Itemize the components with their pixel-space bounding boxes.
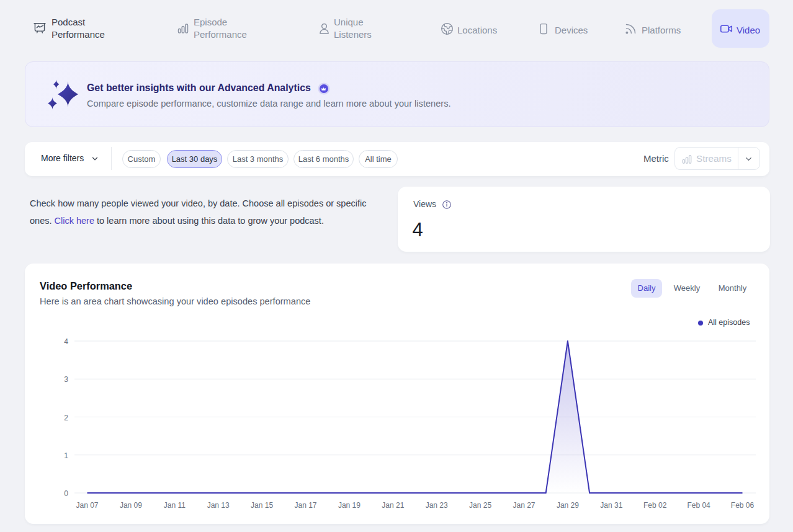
svg-text:Jan 31: Jan 31 (600, 501, 622, 510)
svg-text:Feb 02: Feb 02 (643, 501, 667, 510)
svg-text:4: 4 (64, 337, 68, 346)
svg-text:Jan 21: Jan 21 (382, 501, 404, 510)
svg-text:2: 2 (64, 414, 68, 422)
svg-text:Jan 11: Jan 11 (164, 501, 186, 510)
svg-text:3: 3 (64, 375, 68, 384)
svg-text:Jan 25: Jan 25 (469, 501, 491, 510)
svg-text:Jan 23: Jan 23 (426, 501, 448, 510)
svg-text:1: 1 (64, 451, 68, 460)
svg-text:Jan 27: Jan 27 (513, 501, 535, 510)
svg-text:0: 0 (64, 489, 68, 498)
svg-text:Jan 07: Jan 07 (76, 501, 98, 510)
svg-text:Jan 09: Jan 09 (120, 501, 142, 510)
svg-text:Jan 19: Jan 19 (338, 501, 361, 510)
svg-text:Feb 06: Feb 06 (731, 501, 755, 510)
svg-text:Jan 29: Jan 29 (557, 501, 579, 510)
svg-text:Jan 13: Jan 13 (207, 501, 230, 510)
svg-text:Jan 17: Jan 17 (294, 501, 316, 510)
svg-text:Jan 15: Jan 15 (251, 501, 273, 510)
svg-text:Feb 04: Feb 04 (687, 501, 710, 510)
